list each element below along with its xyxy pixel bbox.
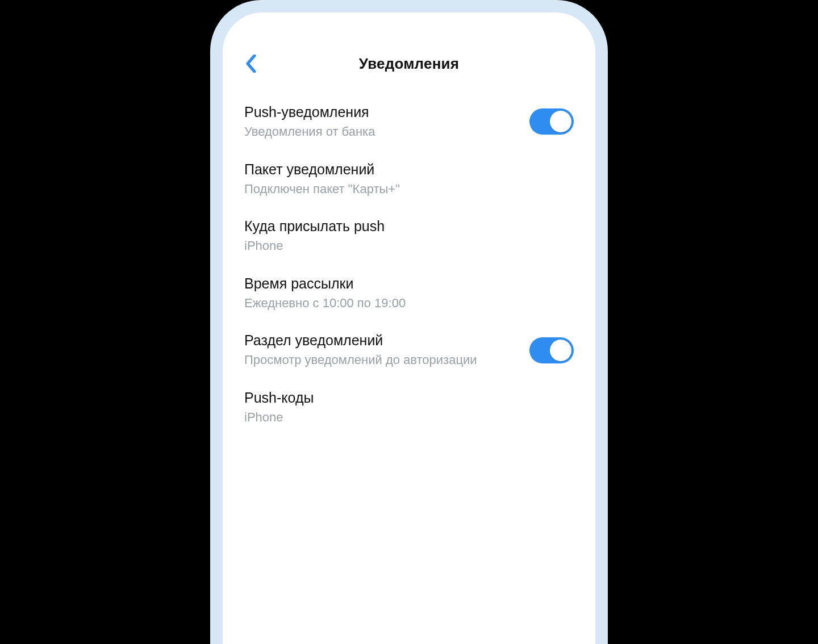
toggle-notification-section[interactable] <box>529 337 574 363</box>
phone-frame: Уведомления Push-уведомления Уведомления… <box>210 0 608 644</box>
row-notification-section[interactable]: Раздел уведомлений Просмотр уведомлений … <box>223 321 595 379</box>
row-title: Пакет уведомлений <box>244 161 400 178</box>
row-title: Push-коды <box>244 389 314 406</box>
back-button[interactable] <box>239 51 264 76</box>
row-title: Куда присылать push <box>244 218 385 235</box>
settings-list: Push-уведомления Уведомления от банка Па… <box>223 82 595 436</box>
row-text: Время рассылки Ежедневно с 10:00 по 19:0… <box>244 275 406 312</box>
chevron-left-icon <box>245 55 257 73</box>
row-subtitle: Ежедневно с 10:00 по 19:00 <box>244 295 406 312</box>
row-delivery-time[interactable]: Время рассылки Ежедневно с 10:00 по 19:0… <box>223 265 595 322</box>
row-text: Пакет уведомлений Подключен пакет "Карты… <box>244 161 400 198</box>
row-text: Раздел уведомлений Просмотр уведомлений … <box>244 332 477 369</box>
row-subtitle: Просмотр уведомлений до авторизации <box>244 352 477 369</box>
row-text: Куда присылать push iPhone <box>244 218 385 254</box>
row-text: Push-уведомления Уведомления от банка <box>244 103 375 140</box>
row-push-codes[interactable]: Push-коды iPhone <box>223 379 595 436</box>
row-subtitle: iPhone <box>244 409 314 426</box>
row-title: Время рассылки <box>244 275 406 292</box>
toggle-knob <box>550 340 571 361</box>
screen: Уведомления Push-уведомления Уведомления… <box>223 12 595 644</box>
toggle-push-notifications[interactable] <box>529 108 574 135</box>
row-subtitle: Подключен пакет "Карты+" <box>244 181 400 198</box>
row-title: Раздел уведомлений <box>244 332 477 349</box>
row-text: Push-коды iPhone <box>244 389 314 426</box>
row-push-notifications[interactable]: Push-уведомления Уведомления от банка <box>223 93 595 150</box>
page-title: Уведомления <box>359 55 459 73</box>
toggle-knob <box>550 111 571 132</box>
nav-bar: Уведомления <box>223 45 595 82</box>
row-subtitle: Уведомления от банка <box>244 124 375 140</box>
row-subtitle: iPhone <box>244 238 385 254</box>
row-push-destination[interactable]: Куда присылать push iPhone <box>223 207 595 265</box>
row-notification-package[interactable]: Пакет уведомлений Подключен пакет "Карты… <box>223 150 595 208</box>
row-title: Push-уведомления <box>244 103 375 120</box>
